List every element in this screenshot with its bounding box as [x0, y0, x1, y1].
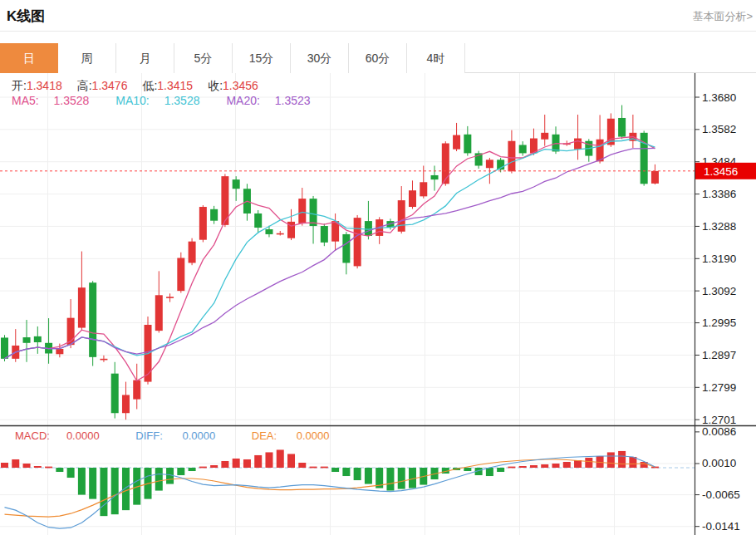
- macd-bar-negative: [464, 468, 471, 471]
- tab-30分[interactable]: 30分: [291, 43, 349, 73]
- macd-bar-negative: [386, 468, 394, 491]
- candle-body: [486, 160, 493, 168]
- macd-bar-negative: [67, 468, 75, 478]
- fundamental-analysis-link[interactable]: 基本面分析>: [692, 9, 753, 24]
- macd-bar-positive: [585, 458, 592, 468]
- candle-body: [618, 118, 626, 137]
- candle-body: [420, 182, 427, 196]
- macd-bar-positive: [221, 461, 228, 468]
- macd-bar-positive: [552, 464, 560, 468]
- candle-body: [651, 171, 659, 184]
- macd-bar-negative: [398, 468, 405, 489]
- macd-bar-zero: [45, 467, 52, 469]
- candle-body: [111, 374, 119, 414]
- low-label: 低:: [142, 79, 157, 92]
- price-axis-label: 1.3386: [702, 188, 736, 200]
- ohlc-legend: 开:1.3418高:1.3476低:1.3415收:1.3456: [12, 79, 273, 94]
- macd-bar-positive: [12, 459, 19, 468]
- macd-axis-label: 0.0086: [702, 425, 736, 438]
- tab-4时[interactable]: 4时: [407, 43, 465, 73]
- candle-body: [277, 233, 284, 235]
- candle-body: [298, 199, 306, 223]
- price-axis-label: 1.3190: [702, 253, 736, 265]
- tab-15分[interactable]: 15分: [233, 43, 291, 73]
- macd-bar-negative: [100, 468, 107, 516]
- macd-bar-zero: [199, 467, 207, 469]
- macd-bar-positive: [23, 464, 31, 468]
- macd-bar-positive: [519, 466, 527, 468]
- candle-body: [265, 229, 272, 234]
- candle-body: [189, 242, 196, 263]
- candle-body: [254, 214, 262, 228]
- candle-body: [233, 179, 240, 189]
- ma10-line: [5, 139, 655, 359]
- macd-bar-positive: [233, 459, 240, 468]
- price-axis-label: 1.2897: [702, 349, 736, 361]
- low-value: 1.3415: [157, 79, 193, 92]
- tab-60分[interactable]: 60分: [349, 43, 407, 73]
- macd-value-label: MACD:0.0000: [15, 429, 116, 442]
- open-label: 开:: [12, 79, 27, 92]
- macd-bar-negative: [354, 468, 361, 480]
- macd-bar-negative: [155, 468, 163, 491]
- candle-body: [398, 200, 405, 232]
- candle-body: [409, 190, 416, 207]
- ma20-legend: MA20: 1.3523: [226, 94, 322, 107]
- close-value: 1.3456: [223, 79, 258, 92]
- candle-body: [23, 337, 31, 343]
- chart-svg: 1.36801.35821.34841.33861.32881.31901.30…: [0, 73, 756, 535]
- macd-bar-positive: [1, 463, 8, 468]
- macd-bar-negative: [342, 468, 350, 476]
- candle-body: [122, 395, 130, 413]
- macd-bar-negative: [89, 468, 96, 499]
- tab-月[interactable]: 月: [116, 43, 174, 73]
- macd-bar-positive: [277, 449, 284, 468]
- macd-bar-zero: [310, 467, 317, 469]
- candle-body: [210, 209, 218, 221]
- candle-body: [310, 199, 317, 226]
- price-axis-label: 1.3582: [702, 123, 736, 135]
- candlestick-series: [1, 106, 659, 420]
- close-label: 收:: [208, 79, 223, 92]
- tab-日[interactable]: 日: [0, 43, 58, 73]
- macd-bar-negative: [331, 468, 339, 472]
- candle-body: [508, 141, 515, 171]
- kline-widget: K线图 基本面分析> 日周月5分15分30分60分4时 开:1.3418高:1.…: [0, 0, 756, 535]
- candle-body: [78, 287, 86, 327]
- ma20-line: [5, 148, 655, 358]
- macd-bar-positive: [298, 463, 306, 468]
- macd-legend: MACD:0.0000 DIFF: 0.0000 DEA: 0.0000: [15, 429, 363, 442]
- candle-body: [541, 133, 548, 140]
- macd-bar-negative: [189, 468, 196, 471]
- macd-bar-positive: [254, 455, 262, 468]
- tab-5分[interactable]: 5分: [174, 43, 233, 73]
- candle-body: [442, 144, 449, 184]
- candle-body: [574, 139, 582, 150]
- candle-body: [166, 297, 174, 298]
- macd-bar-negative: [122, 468, 130, 510]
- diff-value-label: DIFF: 0.0000: [135, 429, 232, 442]
- price-axis-label: 1.2799: [702, 381, 736, 394]
- candle-body: [354, 218, 361, 266]
- candle-body: [519, 145, 527, 153]
- candle-body: [155, 295, 163, 331]
- candle-body: [133, 380, 140, 400]
- macd-bar-positive: [618, 451, 626, 468]
- candle-body: [596, 140, 604, 162]
- price-axis-label: 1.2701: [702, 414, 736, 426]
- macd-bar-positive: [243, 459, 251, 468]
- tab-周[interactable]: 周: [58, 43, 116, 73]
- candle-body: [34, 336, 42, 342]
- macd-bar-positive: [287, 454, 295, 468]
- candle-body: [56, 349, 63, 354]
- candle-body: [89, 282, 96, 357]
- candle-body: [199, 207, 207, 240]
- macd-bar-negative: [177, 468, 184, 475]
- macd-bar-positive: [541, 464, 548, 468]
- page-title: K线图: [7, 7, 45, 26]
- macd-bar-negative: [111, 468, 119, 514]
- macd-bar-negative: [78, 468, 86, 495]
- macd-axis-label: -0.0065: [702, 488, 740, 501]
- candle-body: [321, 226, 328, 243]
- candle-body: [1, 337, 8, 358]
